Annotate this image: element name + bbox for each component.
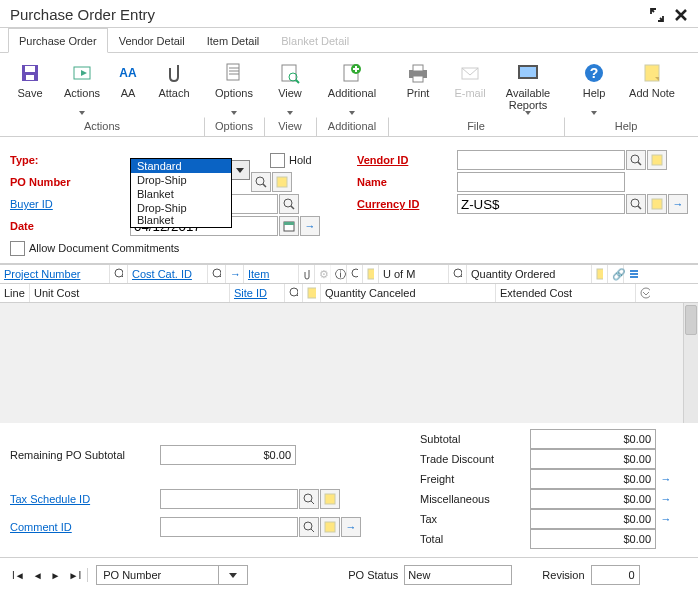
currency-arrow-icon[interactable]: → [668, 194, 688, 214]
hold-checkbox[interactable] [270, 153, 285, 168]
add-note-button[interactable]: Add Note [620, 57, 684, 115]
qty-note-icon[interactable] [592, 265, 608, 283]
svg-rect-14 [520, 67, 536, 77]
nav-field-label: PO Number [97, 569, 218, 581]
buyer-id-lookup-icon[interactable] [279, 194, 299, 214]
item-info-icon[interactable]: ⓘ [331, 265, 347, 283]
misc-value[interactable]: $0.00 [530, 489, 656, 509]
col-extended-cost[interactable]: Extended Cost [496, 284, 636, 302]
tax-schedule-label[interactable]: Tax Schedule ID [10, 493, 160, 505]
col-qty-canceled[interactable]: Quantity Canceled [321, 284, 496, 302]
save-button[interactable]: Save [4, 57, 56, 115]
actions-button[interactable]: Actions [56, 57, 108, 115]
nav-next-button[interactable]: ► [47, 570, 65, 581]
tab-vendor-detail[interactable]: Vendor Detail [108, 28, 196, 53]
type-dropdown-list[interactable]: Standard Drop-Ship Blanket Drop-Ship Bla… [130, 158, 232, 228]
print-button[interactable]: Print [392, 57, 444, 115]
vendor-id-note-icon[interactable] [647, 150, 667, 170]
po-number-label: PO Number [10, 176, 130, 188]
item-lookup-icon[interactable] [347, 265, 363, 283]
options-button[interactable]: Options [208, 57, 260, 115]
col-unit-cost[interactable]: Unit Cost [30, 284, 230, 302]
nav-first-button[interactable]: I◄ [8, 570, 29, 581]
buyer-id-label[interactable]: Buyer ID [10, 198, 130, 210]
expand-rows-icon[interactable] [624, 265, 642, 283]
close-icon[interactable] [674, 8, 688, 22]
col-cost-cat[interactable]: Cost Cat. ID [128, 265, 208, 283]
costcat-arrow-icon[interactable]: → [226, 265, 244, 283]
type-option-dropship-blanket[interactable]: Drop-Ship Blanket [131, 201, 231, 227]
available-reports-button[interactable]: Available Reports [496, 57, 560, 115]
nav-last-button[interactable]: ►I [65, 570, 86, 581]
aa-button[interactable]: AA AA [108, 57, 148, 115]
site-note-icon[interactable] [303, 284, 321, 302]
type-option-dropship[interactable]: Drop-Ship [131, 173, 231, 187]
po-number-lookup-icon[interactable] [251, 172, 271, 192]
vendor-id-lookup-icon[interactable] [626, 150, 646, 170]
item-note-icon[interactable] [363, 265, 379, 283]
svg-point-25 [631, 199, 639, 207]
type-dropdown-button[interactable] [230, 160, 250, 180]
group-file-label: File [388, 117, 565, 136]
freight-value[interactable]: $0.00 [530, 469, 656, 489]
grid-scrollbar[interactable] [683, 303, 698, 423]
uofm-lookup-icon[interactable] [449, 265, 467, 283]
currency-note-icon[interactable] [647, 194, 667, 214]
comment-lookup-icon[interactable] [299, 517, 319, 537]
nav-prev-button[interactable]: ◄ [29, 570, 47, 581]
svg-point-23 [631, 155, 639, 163]
misc-arrow-icon[interactable]: → [658, 491, 674, 507]
additional-button[interactable]: Additional [320, 57, 384, 115]
currency-lookup-icon[interactable] [626, 194, 646, 214]
currency-id-input[interactable] [457, 194, 625, 214]
nav-field-combo[interactable]: PO Number [96, 565, 248, 585]
comment-id-label[interactable]: Comment ID [10, 521, 160, 533]
col-project-number[interactable]: Project Number [0, 265, 110, 283]
attach-button[interactable]: Attach [148, 57, 200, 115]
type-option-blanket[interactable]: Blanket [131, 187, 231, 201]
col-site-id[interactable]: Site ID [230, 284, 285, 302]
po-number-note-icon[interactable] [272, 172, 292, 192]
chevron-down-icon [79, 111, 85, 115]
col-uofm[interactable]: U of M [379, 265, 449, 283]
col-qty-ordered[interactable]: Quantity Ordered [467, 265, 592, 283]
tax-value[interactable]: $0.00 [530, 509, 656, 529]
comment-id-input[interactable] [160, 517, 298, 537]
reports-icon [516, 61, 540, 85]
qty-link-icon[interactable]: 🔗 [608, 265, 624, 283]
svg-rect-24 [652, 155, 662, 165]
vendor-name-input[interactable] [457, 172, 625, 192]
freight-arrow-icon[interactable]: → [658, 471, 674, 487]
maximize-icon[interactable] [650, 8, 664, 22]
calendar-icon[interactable] [279, 216, 299, 236]
svg-point-27 [115, 269, 123, 277]
col-item[interactable]: Item [244, 265, 299, 283]
collapse-rows-icon[interactable] [636, 284, 654, 302]
vendor-name-label: Name [357, 176, 457, 188]
tax-arrow-icon[interactable]: → [658, 511, 674, 527]
item-paperclip-icon[interactable] [299, 265, 315, 283]
tab-item-detail[interactable]: Item Detail [196, 28, 271, 53]
costcat-lookup-icon[interactable] [208, 265, 226, 283]
site-lookup-icon[interactable] [285, 284, 303, 302]
chevron-down-icon [525, 111, 531, 115]
help-button[interactable]: ? Help [568, 57, 620, 115]
chevron-down-icon[interactable] [218, 566, 247, 584]
tax-schedule-note-icon[interactable] [320, 489, 340, 509]
grid-scroll-thumb[interactable] [685, 305, 697, 335]
comment-arrow-icon[interactable]: → [341, 517, 361, 537]
tab-purchase-order[interactable]: Purchase Order [8, 28, 108, 53]
tax-schedule-input[interactable] [160, 489, 298, 509]
tax-schedule-lookup-icon[interactable] [299, 489, 319, 509]
view-button[interactable]: View [268, 57, 312, 115]
grid-body[interactable] [0, 303, 698, 423]
allow-doc-checkbox[interactable] [10, 241, 25, 256]
project-lookup-icon[interactable] [110, 265, 128, 283]
currency-id-label[interactable]: Currency ID [357, 198, 457, 210]
vendor-id-label[interactable]: Vendor ID [357, 154, 457, 166]
date-arrow-icon[interactable]: → [300, 216, 320, 236]
col-line[interactable]: Line [0, 284, 30, 302]
type-option-standard[interactable]: Standard [131, 159, 231, 173]
vendor-id-input[interactable] [457, 150, 625, 170]
comment-note-icon[interactable] [320, 517, 340, 537]
